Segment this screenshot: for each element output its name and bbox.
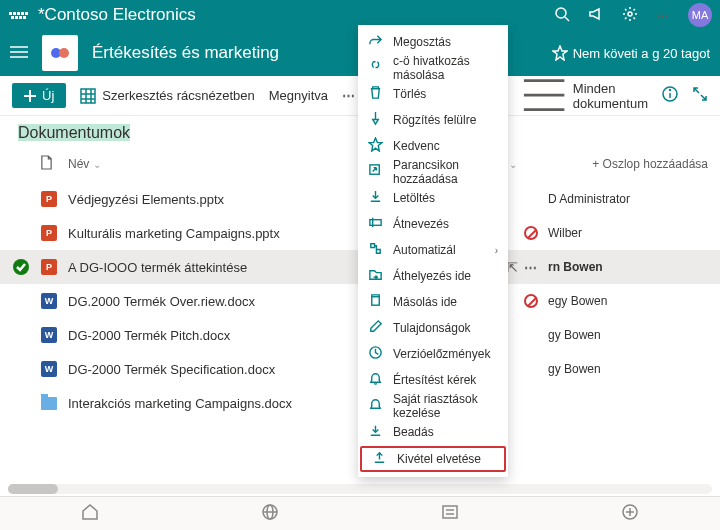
settings-icon[interactable] [622, 6, 638, 25]
menu-item-label: Másolás ide [393, 295, 457, 309]
avatar[interactable]: MA [688, 3, 712, 27]
svg-marker-8 [553, 46, 567, 60]
menu-item-download[interactable]: Letöltés [358, 185, 508, 211]
svg-rect-11 [81, 89, 95, 103]
menu-item-edit[interactable]: Tulajdonságok [358, 315, 508, 341]
modified-by: gy Bowen [548, 362, 708, 376]
svg-point-7 [59, 48, 69, 58]
svg-line-1 [565, 17, 569, 21]
menu-item-label: Átnevezés [393, 217, 449, 231]
tenant-name: *Contoso Electronics [38, 5, 196, 25]
menu-item-label: Saját riasztások kezelése [393, 392, 498, 420]
move-icon [368, 267, 383, 285]
selected-check-icon [13, 259, 29, 275]
menu-item-shortcut[interactable]: Parancsikon hozzáadása [358, 159, 508, 185]
svg-marker-31 [369, 138, 382, 151]
menu-item-move[interactable]: Áthelyezés ide [358, 263, 508, 289]
menu-item-label: Beadás [393, 425, 434, 439]
copy-icon [368, 293, 383, 311]
grid-edit-label: Szerkesztés rácsnézetben [102, 88, 254, 103]
svg-point-2 [628, 12, 632, 16]
menu-item-link[interactable]: c-ö hivatkozás másolása [358, 55, 508, 81]
doc-icon-header[interactable] [40, 155, 58, 173]
share-inline-icon[interactable]: ⇱ [507, 260, 518, 275]
menu-item-label: Verzióelőzmények [393, 347, 490, 361]
home-icon[interactable] [81, 503, 99, 524]
follow-button[interactable]: Nem követi a g 20 tagot [552, 45, 710, 61]
file-type-icon: P [40, 191, 58, 207]
discard-icon [372, 450, 387, 468]
flow-icon [368, 241, 383, 259]
menu-item-label: Törlés [393, 87, 426, 101]
menu-item-checkin[interactable]: Beadás [358, 419, 508, 445]
add-icon[interactable] [621, 503, 639, 524]
bottom-nav [0, 496, 720, 530]
link-icon [368, 59, 383, 77]
horizontal-scrollbar[interactable] [8, 484, 712, 494]
expand-icon[interactable] [692, 86, 708, 105]
open-button[interactable]: Megnyitva [269, 88, 328, 103]
app-launcher-icon[interactable] [8, 5, 28, 25]
menu-item-copy[interactable]: Másolás ide [358, 289, 508, 315]
svg-rect-35 [372, 297, 380, 305]
more-icon[interactable]: ⋯ [656, 8, 670, 23]
view-selector[interactable]: Minden dokumentum [521, 72, 648, 118]
svg-point-21 [670, 90, 671, 91]
search-icon[interactable] [554, 6, 570, 25]
menu-item-discard[interactable]: Kivétel elvetése [360, 446, 506, 472]
add-column-button[interactable]: + Oszlop hozzáadása [592, 157, 708, 171]
trash-icon [368, 85, 383, 103]
menu-item-label: Rögzítés felülre [393, 113, 476, 127]
hamburger-icon[interactable] [10, 45, 28, 62]
menu-item-label: c-ö hivatkozás másolása [393, 54, 498, 82]
blocked-icon [524, 226, 538, 240]
site-logo[interactable] [42, 35, 78, 71]
overflow-icon[interactable]: ⋯ [342, 88, 356, 103]
grid-edit-button[interactable]: Szerkesztés rácsnézetben [80, 88, 254, 104]
file-type-icon: P [40, 259, 58, 275]
globe-icon[interactable] [261, 503, 279, 524]
follow-label: Nem követi a g 20 tagot [573, 46, 710, 61]
checkin-icon [368, 423, 383, 441]
star-icon [368, 137, 383, 155]
svg-rect-33 [370, 220, 381, 226]
name-column-header[interactable]: Név⌄ [68, 157, 368, 171]
menu-item-label: Tulajdonságok [393, 321, 471, 335]
menu-item-history[interactable]: Verzióelőzmények [358, 341, 508, 367]
menu-item-alerts[interactable]: Saját riasztások kezelése [358, 393, 508, 419]
svg-rect-25 [443, 506, 457, 518]
row-more-icon[interactable]: ⋯ [524, 260, 538, 275]
file-type-icon: W [40, 361, 58, 377]
history-icon [368, 345, 383, 363]
info-icon[interactable] [662, 86, 678, 105]
context-menu: Megosztásc-ö hivatkozás másolásaTörlésRö… [358, 25, 508, 477]
file-type-icon [40, 397, 58, 410]
menu-item-bell[interactable]: Értesítést kérek [358, 367, 508, 393]
menu-item-label: Megosztás [393, 35, 451, 49]
menu-item-label: Letöltés [393, 191, 435, 205]
menu-item-rename[interactable]: Átnevezés [358, 211, 508, 237]
menu-item-star[interactable]: Kedvenc [358, 133, 508, 159]
menu-item-label: Értesítést kérek [393, 373, 476, 387]
news-icon[interactable] [441, 503, 459, 524]
menu-item-label: Kivétel elvetése [397, 452, 481, 466]
menu-item-trash[interactable]: Törlés [358, 81, 508, 107]
menu-item-label: Kedvenc [393, 139, 440, 153]
open-label: Megnyitva [269, 88, 328, 103]
rename-icon [368, 215, 383, 233]
menu-item-pin[interactable]: Rögzítés felülre [358, 107, 508, 133]
menu-item-label: Parancsikon hozzáadása [393, 158, 498, 186]
file-type-icon: P [40, 225, 58, 241]
new-button[interactable]: Új [12, 83, 66, 108]
megaphone-icon[interactable] [588, 6, 604, 25]
blocked-icon [524, 294, 538, 308]
modified-by: rn Bowen [548, 260, 708, 274]
shortcut-icon [368, 163, 383, 181]
edit-icon [368, 319, 383, 337]
menu-item-share[interactable]: Megosztás [358, 29, 508, 55]
new-label: Új [42, 88, 54, 103]
bell-icon [368, 371, 383, 389]
svg-point-0 [556, 8, 566, 18]
menu-item-flow[interactable]: Automatizál› [358, 237, 508, 263]
file-type-icon: W [40, 293, 58, 309]
